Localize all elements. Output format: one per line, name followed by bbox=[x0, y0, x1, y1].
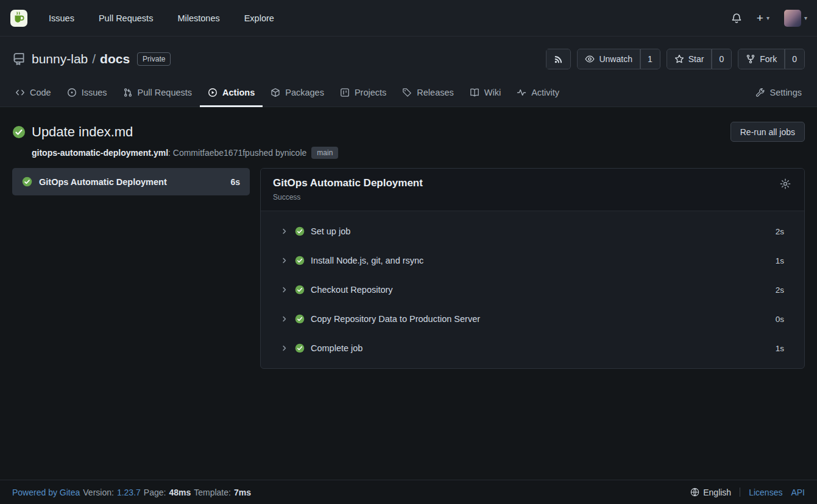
tab-releases[interactable]: Releases bbox=[394, 79, 461, 107]
gitea-logo[interactable] bbox=[10, 9, 28, 27]
template-time: 7ms bbox=[234, 488, 251, 497]
fork-group: Fork 0 bbox=[738, 49, 805, 69]
rss-button[interactable] bbox=[546, 49, 571, 69]
chevron-right-icon bbox=[281, 286, 288, 293]
steps-list: Set up job 2s Install Node.js, git, and … bbox=[261, 211, 804, 368]
watchers-count[interactable]: 1 bbox=[640, 49, 660, 69]
step-row-install[interactable]: Install Node.js, git, and rsync 1s bbox=[261, 246, 804, 275]
job-list-item[interactable]: GitOps Automatic Deployment 6s bbox=[12, 168, 250, 195]
star-button[interactable]: Star bbox=[667, 49, 712, 69]
stars-count[interactable]: 0 bbox=[712, 49, 732, 69]
unwatch-button[interactable]: Unwatch bbox=[577, 49, 640, 69]
powered-by-link[interactable]: Powered by Gitea bbox=[12, 488, 80, 497]
commit-sha[interactable]: faebe1671f bbox=[202, 148, 245, 158]
nav-item-pull-requests[interactable]: Pull Requests bbox=[87, 0, 165, 37]
step-duration: 2s bbox=[776, 227, 784, 236]
nav-item-issues[interactable]: Issues bbox=[37, 0, 87, 37]
job-status: Success bbox=[273, 193, 423, 201]
version-label: Version: bbox=[83, 488, 114, 497]
fork-icon bbox=[746, 54, 755, 64]
tab-actions[interactable]: Actions bbox=[200, 79, 263, 107]
tab-code[interactable]: Code bbox=[7, 79, 59, 107]
pull-request-icon bbox=[123, 88, 133, 97]
tools-icon bbox=[755, 88, 765, 97]
chevron-right-icon bbox=[281, 315, 288, 323]
avatar bbox=[784, 10, 801, 27]
fork-label: Fork bbox=[760, 54, 777, 64]
repo-owner-link[interactable]: bunny-lab bbox=[32, 52, 88, 66]
tab-wiki[interactable]: Wiki bbox=[462, 79, 509, 107]
top-navbar: Issues Pull Requests Milestones Explore … bbox=[0, 0, 817, 37]
footer-right: English Licenses API bbox=[690, 488, 805, 497]
step-row-setup-job[interactable]: Set up job 2s bbox=[261, 217, 804, 246]
tab-label: Wiki bbox=[484, 88, 501, 97]
chevron-right-icon bbox=[281, 228, 288, 235]
job-options-button[interactable] bbox=[779, 177, 792, 191]
eye-icon bbox=[585, 54, 595, 64]
star-icon bbox=[674, 54, 684, 64]
issue-icon bbox=[67, 88, 77, 97]
project-icon bbox=[340, 88, 350, 97]
pulse-icon bbox=[517, 88, 526, 97]
package-icon bbox=[271, 88, 280, 97]
page-time: 48ms bbox=[169, 488, 191, 497]
unwatch-label: Unwatch bbox=[599, 54, 632, 64]
version-link[interactable]: 1.23.7 bbox=[117, 488, 141, 497]
template-label: Template: bbox=[194, 488, 231, 497]
language-menu[interactable]: English bbox=[690, 488, 731, 497]
page-label: Page: bbox=[144, 488, 166, 497]
repo-tabs: Code Issues Pull Requests Actions bbox=[0, 79, 817, 107]
watch-group: Unwatch 1 bbox=[577, 49, 660, 69]
tab-settings[interactable]: Settings bbox=[748, 79, 810, 107]
workflow-file-link[interactable]: gitops-automatic-deployment.yml bbox=[32, 148, 168, 158]
job-panel-header: GitOps Automatic Deployment Success bbox=[261, 169, 804, 211]
plus-icon: + bbox=[757, 12, 763, 24]
create-new-menu[interactable]: + ▾ bbox=[757, 12, 769, 24]
job-success-check-icon bbox=[22, 177, 32, 187]
branch-badge[interactable]: main bbox=[311, 147, 338, 159]
step-name: Set up job bbox=[311, 226, 776, 236]
actions-icon bbox=[208, 88, 218, 97]
tab-projects[interactable]: Projects bbox=[332, 79, 394, 107]
primary-nav: Issues Pull Requests Milestones Explore bbox=[37, 0, 286, 37]
step-row-complete-job[interactable]: Complete job 1s bbox=[261, 334, 804, 363]
step-name: Complete job bbox=[311, 343, 776, 353]
commit-author[interactable]: nicole bbox=[285, 148, 307, 158]
rerun-all-jobs-button[interactable]: Re-run all jobs bbox=[730, 122, 805, 142]
tab-pull-requests[interactable]: Pull Requests bbox=[115, 79, 200, 107]
repo-header: bunny-lab / docs Private bbox=[0, 37, 817, 107]
job-sidebar: GitOps Automatic Deployment 6s bbox=[12, 168, 250, 195]
run-subtitle: gitops-automatic-deployment.yml: Commit … bbox=[32, 147, 805, 159]
fork-button[interactable]: Fork bbox=[738, 49, 785, 69]
repo-name-link[interactable]: docs bbox=[100, 52, 130, 66]
chevron-right-icon bbox=[281, 257, 288, 264]
footer-left: Powered by Gitea Version: 1.23.7 Page: 4… bbox=[12, 488, 251, 497]
step-row-checkout[interactable]: Checkout Repository 2s bbox=[261, 275, 804, 304]
step-duration: 0s bbox=[776, 315, 784, 324]
nav-item-milestones[interactable]: Milestones bbox=[165, 0, 232, 37]
step-success-check-icon bbox=[295, 256, 305, 265]
run-content: Update index.md Re-run all jobs gitops-a… bbox=[0, 107, 817, 480]
tab-issues[interactable]: Issues bbox=[59, 79, 115, 107]
chevron-down-icon: ▾ bbox=[766, 15, 769, 21]
step-duration: 1s bbox=[776, 256, 784, 265]
tab-label: Code bbox=[30, 88, 51, 97]
licenses-link[interactable]: Licenses bbox=[749, 488, 782, 497]
step-name: Checkout Repository bbox=[311, 285, 776, 295]
tab-packages[interactable]: Packages bbox=[263, 79, 332, 107]
language-label: English bbox=[703, 488, 731, 497]
star-label: Star bbox=[688, 54, 704, 64]
repo-title: bunny-lab / docs bbox=[32, 52, 130, 66]
repository-icon bbox=[12, 52, 26, 66]
notifications-button[interactable] bbox=[731, 13, 742, 24]
api-link[interactable]: API bbox=[791, 488, 805, 497]
step-success-check-icon bbox=[295, 343, 305, 353]
nav-item-explore[interactable]: Explore bbox=[232, 0, 286, 37]
commit-prefix: : Commit bbox=[168, 148, 202, 158]
user-menu[interactable]: ▾ bbox=[784, 10, 807, 27]
tab-label: Projects bbox=[355, 88, 386, 97]
step-success-check-icon bbox=[295, 285, 305, 295]
step-row-copy-data[interactable]: Copy Repository Data to Production Serve… bbox=[261, 304, 804, 334]
tab-activity[interactable]: Activity bbox=[509, 79, 567, 107]
forks-count[interactable]: 0 bbox=[785, 49, 805, 69]
